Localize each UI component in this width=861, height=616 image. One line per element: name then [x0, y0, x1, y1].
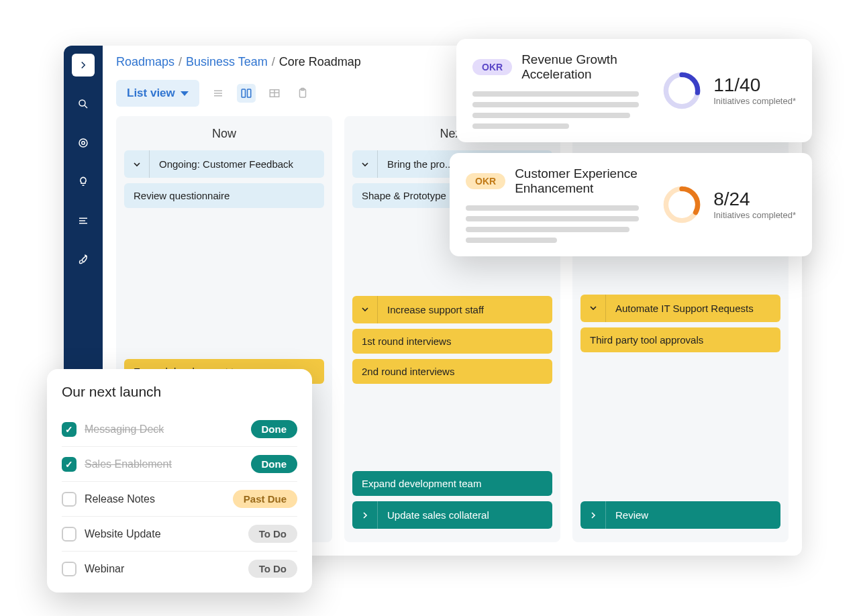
- progress-ring: [661, 184, 703, 225]
- chevron-down-icon[interactable]: [352, 150, 378, 178]
- card[interactable]: Expand development team: [352, 471, 552, 496]
- checkbox[interactable]: [62, 492, 77, 507]
- launch-card: Our next launch Messaging Deck Done Sale…: [47, 369, 312, 593]
- launch-item-label: Messaging Deck: [85, 423, 243, 435]
- launch-item: Sales Enablement Done: [62, 447, 297, 482]
- launch-title: Our next launch: [62, 384, 297, 400]
- svg-rect-4: [247, 89, 250, 97]
- clipboard-icon[interactable]: [293, 84, 312, 103]
- view-list-icon[interactable]: [209, 84, 227, 103]
- checkbox[interactable]: [62, 422, 77, 437]
- svg-point-2: [82, 142, 85, 145]
- chevron-down-icon: [181, 91, 189, 96]
- status-badge: Past Due: [233, 490, 297, 508]
- chevron-right-icon[interactable]: [580, 501, 606, 529]
- okr-count: 8/24: [713, 189, 796, 210]
- launch-item-label: Website Update: [85, 528, 240, 540]
- status-badge: To Do: [248, 525, 297, 543]
- card[interactable]: 1st round interviews: [352, 329, 552, 354]
- launch-item: Webinar To Do: [62, 552, 297, 586]
- status-badge: Done: [251, 420, 298, 438]
- sidebar-expand-button[interactable]: [72, 54, 95, 76]
- okr-title: Customer Experience Enhancement: [515, 166, 648, 196]
- group-header[interactable]: Review: [580, 501, 780, 529]
- launch-item: Messaging Deck Done: [62, 412, 297, 447]
- view-board-icon[interactable]: [237, 84, 256, 103]
- svg-point-0: [79, 100, 85, 106]
- column-header: Now: [124, 116, 324, 150]
- checkbox[interactable]: [62, 527, 77, 542]
- card[interactable]: 2nd round interviews: [352, 359, 552, 384]
- status-badge: To Do: [248, 560, 297, 578]
- group-header[interactable]: Update sales collateral: [352, 501, 552, 529]
- search-icon[interactable]: [72, 93, 95, 115]
- card[interactable]: Third party tool approvals: [580, 327, 780, 352]
- crumb-current: Core Roadmap: [279, 55, 361, 69]
- launch-item-label: Sales Enablement: [85, 458, 243, 470]
- card[interactable]: Review questionnaire: [124, 183, 324, 208]
- placeholder-lines: [466, 205, 648, 243]
- view-dropdown[interactable]: List view: [116, 80, 199, 107]
- group-header[interactable]: Increase support staff: [352, 296, 552, 323]
- target-icon[interactable]: [72, 132, 95, 154]
- okr-title: Revenue Growth Acceleration: [521, 52, 648, 82]
- okr-sub: Initiatives completed*: [713, 96, 796, 107]
- group-header[interactable]: Ongoing: Customer Feedback: [124, 150, 324, 178]
- chevron-down-icon[interactable]: [580, 295, 606, 322]
- chevron-right-icon[interactable]: [352, 501, 378, 529]
- checkbox[interactable]: [62, 457, 77, 472]
- crumb-roadmaps[interactable]: Roadmaps: [116, 55, 174, 69]
- progress-ring: [661, 70, 703, 111]
- checkbox[interactable]: [62, 562, 77, 576]
- view-table-icon[interactable]: [265, 84, 284, 103]
- okr-tag: OKR: [472, 59, 512, 75]
- crumb-team[interactable]: Business Team: [186, 55, 268, 69]
- chevron-down-icon[interactable]: [352, 296, 378, 323]
- idea-icon[interactable]: [72, 170, 95, 193]
- rocket-icon[interactable]: [72, 248, 95, 271]
- group-header[interactable]: Automate IT Support Requests: [580, 295, 780, 322]
- svg-point-1: [79, 139, 87, 147]
- list-icon[interactable]: [72, 209, 95, 232]
- okr-count: 11/40: [713, 74, 796, 96]
- okr-sub: Initiatives completed*: [713, 210, 796, 221]
- okr-tag: OKR: [466, 173, 505, 189]
- chevron-down-icon[interactable]: [124, 150, 150, 178]
- launch-item: Website Update To Do: [62, 517, 297, 552]
- status-badge: Done: [251, 455, 298, 473]
- launch-item-label: Webinar: [85, 563, 240, 575]
- okr-card-revenue[interactable]: OKRRevenue Growth Acceleration 11/40Init…: [456, 39, 812, 142]
- launch-item-label: Release Notes: [85, 493, 225, 505]
- okr-card-cx[interactable]: OKRCustomer Experience Enhancement 8/24I…: [450, 153, 812, 256]
- svg-rect-3: [242, 89, 245, 97]
- launch-item: Release Notes Past Due: [62, 482, 297, 517]
- placeholder-lines: [472, 91, 648, 129]
